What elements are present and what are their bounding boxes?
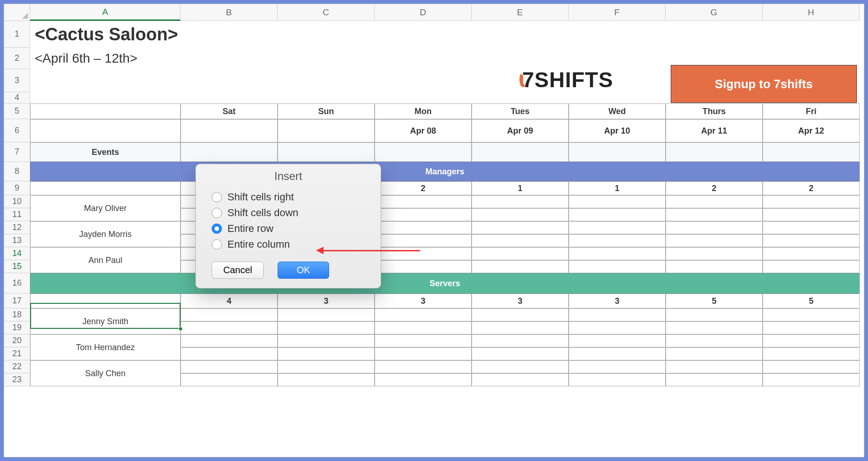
srv-name-1[interactable]: Tom Hernandez [30, 334, 181, 360]
row-header-17[interactable]: 17 [4, 294, 30, 308]
col-header-G[interactable]: G [666, 4, 763, 21]
blank-cell[interactable] [472, 21, 569, 48]
col-header-A[interactable]: A [30, 4, 181, 21]
selection-handle[interactable] [179, 327, 182, 331]
row-header-16[interactable]: 16 [4, 273, 30, 294]
srv-count-3[interactable]: 3 [472, 294, 569, 308]
srv-shift-cell[interactable] [472, 360, 569, 373]
date-header-6[interactable]: Apr 12 [763, 119, 860, 142]
mgr-shift-cell[interactable] [472, 247, 569, 260]
mgr-count-4[interactable]: 1 [569, 181, 666, 195]
mgr-shift-cell[interactable] [569, 247, 666, 260]
row-header-20[interactable]: 20 [4, 334, 30, 347]
row-header-21[interactable]: 21 [4, 347, 30, 360]
srv-shift-cell[interactable] [181, 373, 278, 386]
blank-cell[interactable] [375, 92, 472, 103]
srv-shift-cell[interactable] [278, 347, 375, 360]
srv-shift-cell[interactable] [763, 360, 860, 373]
event-cell-0[interactable] [181, 142, 278, 162]
day-header-4[interactable]: Wed [569, 103, 666, 119]
row-header-3[interactable]: 3 [4, 69, 30, 92]
mgr-shift-cell[interactable] [763, 247, 860, 260]
blank-cell[interactable] [30, 92, 181, 103]
blank-cell[interactable] [278, 92, 375, 103]
day-header-1[interactable]: Sun [278, 103, 375, 119]
blank-cell[interactable] [278, 69, 375, 92]
event-cell-5[interactable] [666, 142, 763, 162]
mgr-shift-cell[interactable] [763, 208, 860, 221]
mgr-shift-cell[interactable] [375, 208, 472, 221]
srv-shift-cell[interactable] [278, 308, 375, 321]
srv-shift-cell[interactable] [472, 347, 569, 360]
srv-shift-cell[interactable] [569, 321, 666, 334]
srv-shift-cell[interactable] [763, 321, 860, 334]
date-header-0[interactable] [181, 119, 278, 142]
blank-cell[interactable] [763, 21, 860, 48]
srv-count-2[interactable]: 3 [375, 294, 472, 308]
mgr-shift-cell[interactable] [763, 221, 860, 234]
srv-shift-cell[interactable] [181, 321, 278, 334]
mgr-shift-cell[interactable] [666, 234, 763, 247]
blank-cell[interactable] [472, 48, 569, 69]
mgr-count-6[interactable]: 2 [763, 181, 860, 195]
row-header-13[interactable]: 13 [4, 234, 30, 247]
srv-shift-cell[interactable] [472, 373, 569, 386]
srv-shift-cell[interactable] [472, 321, 569, 334]
srv-count-6[interactable]: 5 [763, 294, 860, 308]
events-label[interactable]: Events [30, 142, 181, 162]
day-header-2[interactable]: Mon [375, 103, 472, 119]
srv-shift-cell[interactable] [666, 347, 763, 360]
srv-count-label[interactable] [30, 294, 181, 308]
mgr-shift-cell[interactable] [763, 195, 860, 208]
srv-shift-cell[interactable] [181, 360, 278, 373]
srv-shift-cell[interactable] [375, 308, 472, 321]
radio-entire-row[interactable]: Entire row [212, 221, 365, 237]
mgr-shift-cell[interactable] [666, 221, 763, 234]
row-header-22[interactable]: 22 [4, 360, 30, 373]
signup-button[interactable]: Signup to 7shifts [671, 65, 857, 103]
mgr-shift-cell[interactable] [375, 195, 472, 208]
mgr-shift-cell[interactable] [763, 234, 860, 247]
srv-shift-cell[interactable] [181, 347, 278, 360]
mgr-shift-cell[interactable] [472, 208, 569, 221]
date-header-4[interactable]: Apr 10 [569, 119, 666, 142]
mgr-shift-cell[interactable] [763, 260, 860, 273]
day-header-5[interactable]: Thurs [666, 103, 763, 119]
mgr-count-label[interactable] [30, 181, 181, 195]
srv-shift-cell[interactable] [375, 334, 472, 347]
mgr-name-1[interactable]: Jayden Morris [30, 221, 181, 247]
mgr-shift-cell[interactable] [666, 208, 763, 221]
row-header-7[interactable]: 7 [4, 142, 30, 162]
blank-header[interactable] [30, 103, 181, 119]
row-header-11[interactable]: 11 [4, 208, 30, 221]
date-header-2[interactable]: Apr 08 [375, 119, 472, 142]
srv-shift-cell[interactable] [375, 347, 472, 360]
servers-section[interactable]: Servers [30, 273, 860, 294]
srv-shift-cell[interactable] [278, 373, 375, 386]
srv-shift-cell[interactable] [375, 360, 472, 373]
blank-date[interactable] [30, 119, 181, 142]
row-header-9[interactable]: 9 [4, 181, 30, 195]
radio-shift-cells-right[interactable]: Shift cells right [212, 189, 365, 205]
mgr-shift-cell[interactable] [472, 195, 569, 208]
event-cell-3[interactable] [472, 142, 569, 162]
srv-shift-cell[interactable] [569, 347, 666, 360]
srv-shift-cell[interactable] [666, 308, 763, 321]
spreadsheet-grid[interactable]: ABCDEFGH1<Cactus Saloon>2<April 6th – 12… [4, 4, 864, 386]
row-header-15[interactable]: 15 [4, 260, 30, 273]
blank-cell[interactable] [181, 92, 278, 103]
mgr-count-3[interactable]: 1 [472, 181, 569, 195]
blank-cell[interactable] [569, 92, 666, 103]
col-header-E[interactable]: E [472, 4, 569, 21]
srv-shift-cell[interactable] [375, 373, 472, 386]
mgr-shift-cell[interactable] [375, 234, 472, 247]
cancel-button[interactable]: Cancel [212, 262, 264, 279]
mgr-shift-cell[interactable] [569, 221, 666, 234]
row-header-2[interactable]: 2 [4, 48, 30, 69]
mgr-shift-cell[interactable] [472, 221, 569, 234]
srv-shift-cell[interactable] [666, 334, 763, 347]
mgr-shift-cell[interactable] [666, 247, 763, 260]
select-all-corner[interactable] [4, 4, 30, 21]
col-header-H[interactable]: H [763, 4, 860, 21]
row-header-5[interactable]: 5 [4, 103, 30, 119]
